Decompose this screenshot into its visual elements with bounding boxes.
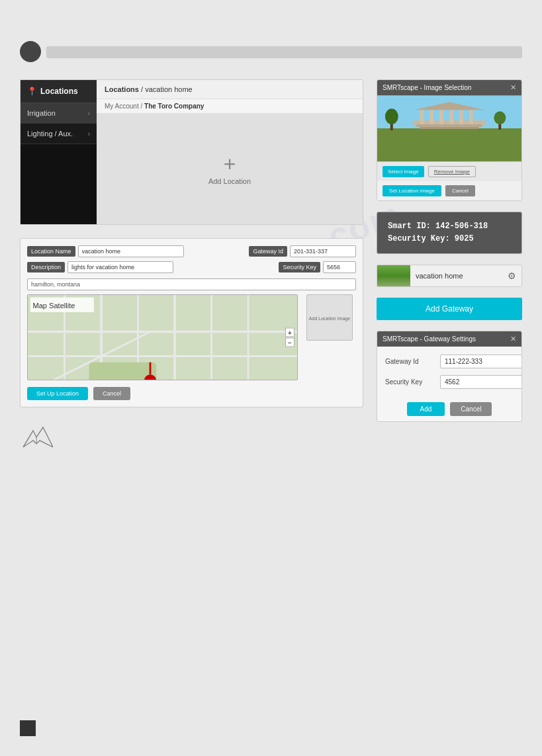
sidebar-locations-header: 📍 Locations [21,80,97,103]
page-container: manualarchive.com 📍 Locations Irrigation… [0,0,542,756]
set-location-buttons: Set Location Image Cancel [377,181,521,200]
security-key-field-input[interactable] [440,375,522,389]
form-row-2: Description Security Key [27,261,356,273]
form-right-side: Add Location Image [303,294,356,380]
breadcrumb-locations: Locations [105,85,139,93]
image-cancel-button[interactable]: Cancel [445,185,475,196]
company-label: The Toro Company [144,103,204,110]
svg-rect-25 [420,127,478,129]
temple-image-svg [377,95,521,161]
smart-id-line1: Smart ID: 142-506-318 [388,220,511,233]
svg-text:Map   Satellite: Map Satellite [32,302,75,310]
gateway-settings-panel: SMRTscape - Gateway Settings ✕ Gateway I… [377,331,522,422]
smart-id-panel: Smart ID: 142-506-318 Security Key: 9025 [377,212,522,254]
bird-icon [20,424,53,450]
sidebar-locations-label: Locations [40,87,78,96]
form-row-1: Location Name Gateway Id [27,245,356,257]
add-image-label: Add Location Image [309,316,350,321]
breadcrumb-vacation: vacation home [145,85,193,93]
add-location-area[interactable]: + Add Location [97,114,363,224]
svg-rect-27 [429,110,433,124]
top-bar [46,46,522,58]
address-row [27,277,356,290]
security-key-input[interactable] [323,261,356,273]
form-bottom-buttons: Set Up Location Cancel [27,387,356,400]
gateway-id-label: Gateway Id [249,246,287,257]
pin-icon: 📍 [27,87,37,96]
map-roads-svg: Map Satellite Google [28,295,297,380]
svg-rect-29 [449,110,453,124]
select-image-button[interactable]: Select Image [383,166,424,177]
set-location-image-button[interactable]: Set Location Image [383,185,441,196]
zoom-out-btn[interactable]: − [285,338,294,347]
lighting-label: Lighting / Aux. [27,130,73,138]
cancel-button[interactable]: Cancel [93,387,130,400]
gateway-id-input[interactable] [290,245,356,257]
irrigation-label: Irrigation [27,109,56,117]
map-image-row: Map Satellite Google + − [27,294,356,380]
map-zoom: + − [285,328,294,347]
security-key-field-row: Security Key [385,375,514,389]
zoom-in-btn[interactable]: + [285,328,294,337]
vacation-home-card: vacation home ⚙ [377,265,522,287]
gateway-add-button[interactable]: Add [407,402,445,416]
gateway-id-field-input[interactable] [440,355,522,368]
security-key-group: Security Key [279,261,356,273]
svg-rect-22 [377,128,521,161]
bottom-bar [20,720,36,736]
location-name-input[interactable] [78,245,184,257]
add-location-label: Add Location [208,177,251,185]
security-key-field-label: Security Key [385,378,435,386]
chevron-icon-2: › [88,130,90,138]
image-selection-panel: SMRTscape - Image Selection ✕ [377,79,522,201]
gateway-settings-header: SMRTscape - Gateway Settings ✕ [377,331,521,347]
gateway-buttons: Add Cancel [377,397,521,421]
right-column: SMRTscape - Image Selection ✕ [377,79,522,703]
sidebar-item-irrigation[interactable]: Irrigation › [21,103,97,124]
account-breadcrumb: My Account / The Toro Company [97,99,363,114]
security-key-label: Security Key [279,262,320,273]
svg-rect-26 [420,110,424,124]
svg-rect-31 [469,110,473,124]
svg-rect-28 [439,110,443,124]
vacation-card-image [377,265,410,286]
image-selection-header: SMRTscape - Image Selection ✕ [377,80,521,95]
vacation-card-inner: vacation home ⚙ [377,265,521,286]
address-input[interactable] [27,278,356,290]
sidebar-item-lighting[interactable]: Lighting / Aux. › [21,124,97,144]
add-image-box[interactable]: Add Location Image [306,294,353,341]
sidebar: 📍 Locations Irrigation › Lighting / Aux.… [21,80,97,224]
my-account-label: My Account / [105,103,144,110]
image-selection-close[interactable]: ✕ [510,83,516,92]
top-bullet [20,41,41,62]
locations-main: Locations / vacation home My Account / T… [97,80,363,224]
gateway-settings-close[interactable]: ✕ [510,335,516,343]
sidebar-black-area [21,144,97,224]
svg-rect-30 [459,110,463,124]
gateway-cancel-button[interactable]: Cancel [450,402,492,416]
panel-image-area [377,95,521,161]
vacation-card-label: vacation home [410,272,502,280]
gear-icon[interactable]: ⚙ [502,271,521,281]
image-select-buttons: Select Image Remove Image [377,161,521,181]
main-content: 📍 Locations Irrigation › Lighting / Aux.… [20,79,522,703]
chevron-icon: › [88,110,90,117]
map-container: Map Satellite Google + − [27,294,298,380]
remove-image-button[interactable]: Remove Image [428,166,476,177]
svg-point-34 [385,108,398,124]
locations-breadcrumb: Locations / vacation home [97,80,363,99]
description-input[interactable] [68,261,173,273]
map-area: Map Satellite Google + − [27,294,298,380]
gateway-id-field-row: Gateway Id [385,355,514,368]
description-label: Description [27,262,65,273]
add-location-plus: + [224,153,236,175]
gateway-id-field-label: Gateway Id [385,358,435,365]
gateway-settings-title: SMRTscape - Gateway Settings [383,335,476,343]
smart-id-line2: Security Key: 9025 [388,233,511,245]
gateway-form-body: Gateway Id Security Key [377,347,521,397]
svg-marker-19 [23,427,53,447]
bird-icon-area [20,421,363,454]
add-gateway-button[interactable]: Add Gateway [377,298,522,320]
set-up-location-button[interactable]: Set Up Location [27,387,88,400]
svg-point-36 [494,111,506,124]
